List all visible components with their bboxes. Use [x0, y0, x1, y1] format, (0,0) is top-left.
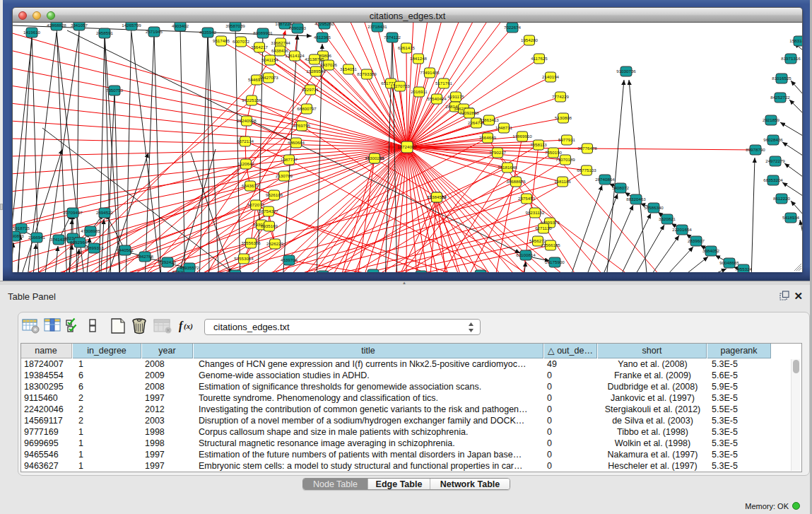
svg-text:81016525: 81016525 [772, 76, 792, 81]
svg-text:68800797: 68800797 [297, 106, 317, 111]
svg-text:f: f [179, 320, 184, 332]
svg-text:19384554: 19384554 [427, 194, 447, 199]
svg-text:1954280: 1954280 [521, 37, 539, 42]
svg-text:8935169: 8935169 [261, 223, 278, 228]
svg-text:88320463: 88320463 [626, 197, 646, 201]
svg-text:6292423: 6292423 [159, 259, 177, 264]
svg-text:1841248: 1841248 [410, 56, 428, 61]
svg-text:89978790: 89978790 [746, 147, 765, 152]
svg-text:5918715: 5918715 [13, 226, 30, 230]
svg-text:24972279: 24972279 [765, 158, 785, 163]
svg-text:4860684: 4860684 [288, 140, 305, 145]
svg-text:17270733: 17270733 [390, 83, 410, 88]
svg-text:4612365: 4612365 [314, 35, 331, 40]
svg-text:2437026: 2437026 [320, 62, 338, 67]
svg-text:7455324: 7455324 [735, 267, 753, 271]
svg-text:2140194: 2140194 [542, 74, 560, 79]
svg-text:1120642: 1120642 [237, 161, 254, 166]
svg-text:66775103: 66775103 [577, 168, 596, 173]
svg-text:55540424: 55540424 [427, 96, 447, 101]
svg-text:47308985: 47308985 [81, 228, 100, 233]
svg-text:75181648: 75181648 [498, 165, 517, 170]
svg-text:5130808: 5130808 [555, 115, 572, 120]
svg-text:83793389: 83793389 [357, 71, 377, 76]
svg-text:5171761: 5171761 [435, 81, 453, 86]
svg-text:38427073: 38427073 [259, 75, 278, 80]
svg-text:6271130: 6271130 [535, 226, 552, 230]
svg-text:8612220: 8612220 [773, 196, 791, 201]
svg-text:58586340: 58586340 [644, 205, 664, 210]
svg-text:2571945: 2571945 [146, 29, 163, 34]
svg-text:77491435: 77491435 [420, 70, 440, 75]
svg-text:2375453: 2375453 [518, 196, 536, 201]
svg-text:42868828: 42868828 [47, 23, 66, 28]
svg-text:2694522: 2694522 [96, 210, 114, 215]
svg-text:26240908: 26240908 [237, 118, 257, 123]
svg-text:2130789: 2130789 [276, 173, 293, 178]
svg-text:(x): (x) [184, 322, 193, 331]
svg-text:57553014: 57553014 [234, 256, 254, 261]
svg-text:7374122: 7374122 [384, 35, 401, 40]
svg-text:95899313: 95899313 [84, 245, 104, 250]
svg-text:14265799: 14265799 [122, 23, 141, 28]
svg-text:81971316: 81971316 [781, 56, 801, 61]
svg-text:4769795: 4769795 [293, 123, 311, 128]
svg-text:42138745: 42138745 [305, 57, 324, 62]
svg-text:2921859: 2921859 [763, 117, 780, 122]
svg-text:15831819: 15831819 [789, 38, 802, 43]
svg-text:83863413: 83863413 [479, 117, 499, 122]
svg-text:97225156: 97225156 [242, 98, 261, 103]
svg-text:38538251: 38538251 [363, 271, 383, 272]
svg-text:39587039: 39587039 [225, 23, 245, 28]
svg-text:98231132: 98231132 [525, 210, 545, 215]
svg-text:4191175: 4191175 [447, 94, 464, 99]
svg-text:4117625: 4117625 [531, 56, 548, 61]
svg-text:29175900: 29175900 [545, 259, 565, 264]
svg-text:3684052: 3684052 [702, 248, 720, 253]
svg-text:2626229: 2626229 [266, 241, 284, 246]
svg-text:5408072: 5408072 [612, 185, 630, 190]
svg-text:19289546: 19289546 [306, 69, 326, 74]
svg-text:63100814: 63100814 [516, 252, 536, 257]
svg-text:1981186: 1981186 [554, 179, 571, 184]
svg-text:4903402: 4903402 [172, 23, 189, 28]
svg-text:38754377: 38754377 [259, 209, 278, 214]
svg-text:2458591: 2458591 [96, 30, 114, 35]
svg-text:22201654: 22201654 [672, 227, 692, 232]
svg-text:71070189: 71070189 [555, 157, 575, 162]
svg-text:4335942: 4335942 [199, 30, 217, 35]
svg-text:6440561: 6440561 [117, 247, 134, 252]
svg-text:6543670: 6543670 [242, 183, 259, 188]
svg-text:35556386: 35556386 [241, 240, 261, 245]
svg-text:2166941: 2166941 [28, 235, 46, 240]
svg-text:96028436: 96028436 [763, 137, 783, 142]
svg-text:5041154: 5041154 [261, 57, 278, 62]
svg-text:47295260: 47295260 [314, 23, 334, 26]
svg-text:7350753: 7350753 [106, 88, 124, 93]
svg-text:1419610: 1419610 [23, 30, 41, 35]
svg-text:1987737: 1987737 [281, 157, 298, 162]
svg-text:60929647: 60929647 [70, 240, 90, 245]
svg-text:3564217: 3564217 [251, 45, 269, 49]
svg-text:45935572: 45935572 [180, 265, 199, 270]
svg-text:27566185: 27566185 [541, 243, 560, 247]
svg-text:84252722: 84252722 [770, 95, 790, 100]
svg-text:4842788: 4842788 [136, 254, 154, 259]
svg-text:5418934: 5418934 [782, 215, 800, 220]
svg-text:20709497: 20709497 [63, 210, 83, 215]
svg-text:6007072: 6007072 [233, 39, 250, 44]
svg-text:3154051: 3154051 [340, 66, 358, 71]
svg-text:7358113: 7358113 [530, 142, 547, 147]
svg-text:12614124: 12614124 [285, 53, 305, 58]
svg-text:28740864: 28740864 [595, 177, 615, 182]
svg-text:72092888: 72092888 [459, 110, 479, 115]
svg-text:91030736: 91030736 [616, 69, 636, 74]
svg-text:7550190: 7550190 [545, 150, 563, 155]
svg-text:2839607: 2839607 [688, 238, 705, 243]
svg-text:7774229: 7774229 [552, 94, 570, 99]
svg-text:6672134: 6672134 [237, 139, 254, 144]
svg-text:17869910: 17869910 [512, 134, 532, 139]
svg-text:30776478: 30776478 [577, 146, 597, 151]
svg-text:6261415: 6261415 [398, 45, 416, 50]
svg-text:6438436: 6438436 [271, 48, 289, 53]
